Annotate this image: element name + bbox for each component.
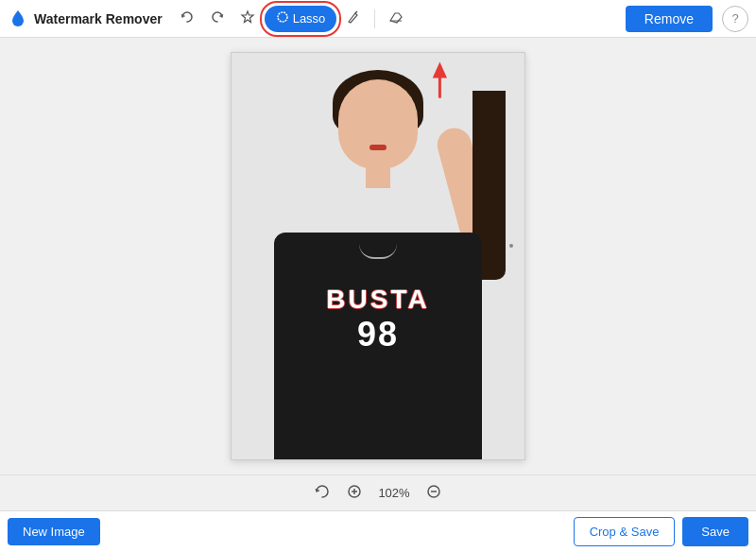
redo-button[interactable]: [204, 6, 231, 32]
zoom-out-button[interactable]: [422, 482, 445, 505]
redo-icon: [210, 9, 225, 28]
canvas-area: BUSTA 98: [0, 38, 756, 474]
tshirt-text-block: BUSTA 98: [302, 285, 454, 354]
tshirt-line2: 98: [302, 315, 454, 354]
undo-icon: [180, 9, 195, 28]
svg-point-1: [278, 12, 287, 22]
app-title-text: Watermark Remover: [34, 11, 163, 26]
lasso-icon: [276, 10, 289, 26]
help-button[interactable]: ?: [722, 6, 748, 32]
svg-marker-0: [242, 11, 253, 23]
lasso-label: Lasso: [293, 11, 326, 26]
remove-button[interactable]: Remove: [626, 6, 713, 32]
tshirt: BUSTA 98: [274, 233, 482, 459]
lasso-button[interactable]: Lasso: [265, 6, 337, 32]
app-logo-icon: [8, 9, 28, 29]
toolbar-divider: [374, 9, 375, 28]
lips: [369, 145, 387, 150]
star-icon: [240, 9, 255, 28]
save-button[interactable]: Save: [682, 517, 748, 546]
zoom-out-icon: [425, 483, 442, 504]
brush-icon: [346, 9, 361, 28]
crop-save-button[interactable]: Crop & Save: [574, 517, 676, 546]
zoom-level: 102%: [375, 486, 413, 500]
zoom-in-icon: [346, 483, 363, 504]
eraser-button[interactable]: [383, 6, 409, 32]
photo-canvas: BUSTA 98: [232, 53, 524, 459]
tshirt-line1: BUSTA: [302, 285, 454, 315]
zoom-reset-icon: [314, 483, 331, 504]
bottom-right-buttons: Crop & Save Save: [574, 517, 748, 546]
lasso-button-wrapper: Lasso: [265, 6, 337, 32]
new-image-button[interactable]: New Image: [8, 518, 100, 545]
bottom-bar: New Image Crop & Save Save: [0, 510, 756, 552]
face: [338, 79, 418, 169]
svg-line-2: [355, 11, 357, 13]
star-button[interactable]: [234, 6, 261, 32]
undo-button[interactable]: [174, 6, 200, 32]
help-icon: ?: [731, 11, 738, 26]
app-logo: Watermark Remover: [8, 9, 163, 29]
toolbar: Watermark Remover: [0, 0, 756, 38]
necklace: [359, 244, 397, 259]
eraser-icon: [388, 9, 404, 28]
zoom-reset-button[interactable]: [311, 482, 334, 505]
zoom-in-button[interactable]: [343, 482, 366, 505]
brush-button[interactable]: [340, 6, 367, 32]
neck: [366, 162, 390, 188]
image-frame: BUSTA 98: [231, 52, 525, 460]
zoom-bar: 102%: [0, 474, 756, 510]
